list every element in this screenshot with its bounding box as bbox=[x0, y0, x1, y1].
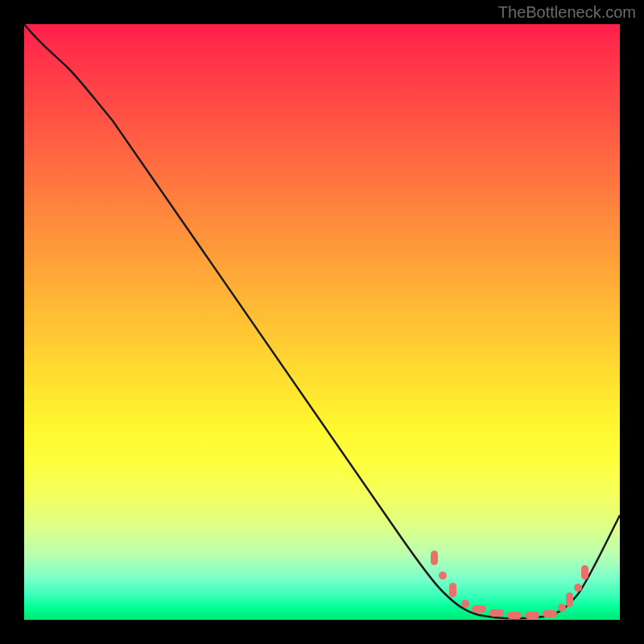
marker-dot bbox=[507, 612, 522, 619]
marker-dot bbox=[566, 592, 573, 607]
watermark-text: TheBottleneck.com bbox=[498, 3, 636, 22]
marker-dot bbox=[461, 600, 469, 608]
marker-group bbox=[431, 551, 588, 619]
marker-dot bbox=[472, 605, 486, 613]
marker-dot bbox=[574, 584, 582, 592]
marker-dot bbox=[431, 551, 438, 565]
marker-dot bbox=[449, 583, 456, 597]
marker-dot bbox=[489, 609, 504, 617]
chart-svg bbox=[24, 24, 620, 620]
marker-dot bbox=[439, 572, 447, 580]
marker-dot bbox=[543, 610, 557, 617]
chart-plot-area bbox=[24, 24, 620, 620]
marker-dot bbox=[558, 604, 566, 612]
marker-dot bbox=[581, 565, 588, 580]
marker-dot bbox=[525, 612, 539, 619]
bottleneck-curve-line bbox=[24, 24, 620, 618]
